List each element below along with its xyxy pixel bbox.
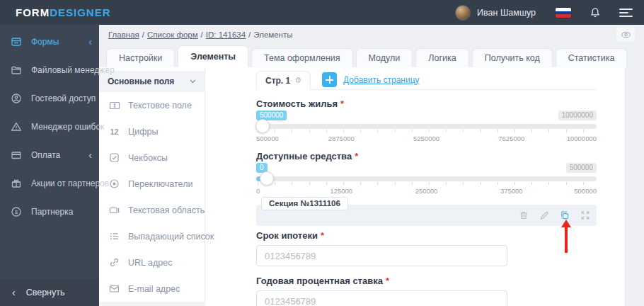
breadcrumb: Главная / Список форм / ID: 141634 / Эле… [99, 25, 644, 44]
add-page-button[interactable] [322, 72, 337, 87]
copy-duplicate-icon[interactable] [560, 210, 570, 220]
trash-icon[interactable] [519, 210, 529, 220]
tab-settings[interactable]: Настройки [106, 48, 175, 67]
breadcrumb-link-home[interactable]: Главная [108, 30, 139, 39]
sidebar-item-label: Менеджер ошибок [31, 122, 104, 132]
sidebar-item-label: Файловый менеджер [31, 65, 115, 75]
expand-fullscreen-icon[interactable] [580, 210, 590, 220]
slider-field-available-funds: Доступные средства* 0 500000 0 125000 [256, 151, 597, 195]
link-icon [108, 257, 120, 268]
tick-label: 0 [256, 187, 260, 195]
field-label: Стоимость жилья* [256, 98, 597, 109]
textarea-icon [108, 205, 120, 216]
checkbox-icon [108, 152, 120, 163]
sidebar-item-file-manager[interactable]: Файловый менеджер [0, 56, 99, 84]
tab-label: Получить код [485, 53, 540, 63]
gear-icon[interactable]: ⚙ [294, 76, 301, 85]
app-logo: FORMDESIGNER [16, 6, 111, 18]
slider-handle[interactable] [255, 119, 270, 133]
slider-value-row: 500000 10000000 [256, 110, 597, 121]
elements-panel-header[interactable]: Основные поля [99, 71, 205, 92]
element-item-radios[interactable]: Переключатели [99, 171, 205, 197]
sidebar-item-affiliate[interactable]: $ Партнерка [0, 198, 99, 226]
guest-access-icon [11, 93, 23, 104]
radio-icon [108, 178, 120, 189]
text-field-icon [108, 100, 120, 111]
slider-track[interactable] [256, 176, 597, 181]
tick-label: 375000 [500, 187, 523, 195]
tab-logic[interactable]: Логика [415, 48, 468, 67]
bell-icon[interactable] [590, 7, 601, 18]
next-section-header-partial [99, 302, 205, 306]
error-manager-icon [11, 121, 23, 132]
russia-flag-icon[interactable] [556, 8, 571, 18]
annual-rate-input[interactable] [256, 290, 507, 306]
slider-max-value: 500000 [566, 163, 597, 173]
sidebar-collapse-button[interactable]: ‹ Свернуть [0, 279, 99, 306]
add-page-link[interactable]: Добавить страницу [343, 75, 419, 85]
user-name[interactable]: Иван Шамшур [477, 8, 536, 18]
tick-label: 5250000 [413, 135, 439, 142]
tab-label: Логика [428, 53, 456, 63]
tick-label: 2875000 [328, 135, 355, 142]
element-item-label: Текстовое поле [128, 101, 192, 110]
sidebar-item-error-manager[interactable]: Менеджер ошибок [0, 113, 99, 141]
sidebar-item-label: Оплата [31, 150, 60, 160]
sidebar-item-label: Гостевой доступ [31, 94, 96, 103]
form-tabs: Настройки Элементы Тема оформления Модул… [99, 44, 644, 67]
breadcrumb-link-form-id[interactable]: ID: 141634 [206, 30, 246, 39]
slider-tick-labels: 0 125000 250000 375000 500000 [256, 187, 597, 195]
sidebar-item-forms[interactable]: Формы ‹ [0, 28, 99, 56]
hamburger-menu-icon[interactable] [619, 6, 633, 19]
tick-label: 125000 [330, 187, 352, 195]
element-item-url[interactable]: URL адрес [99, 249, 205, 276]
slider-tickmarks [258, 130, 595, 132]
element-item-label: Текстовая область [128, 205, 205, 215]
required-marker: * [321, 230, 324, 241]
slider-track[interactable] [256, 124, 597, 129]
section-title-chip: Секция №1311106 [261, 197, 348, 210]
tab-elements[interactable]: Элементы [178, 45, 248, 67]
breadcrumb-separator: / [201, 30, 203, 39]
slider-tick-labels: 500000 2875000 5250000 7625000 10000000 [256, 135, 597, 142]
gift-icon [11, 178, 23, 189]
preview-button[interactable] [616, 28, 635, 42]
tab-label: Элементы [190, 52, 236, 62]
sidebar-nav: Формы ‹ Файловый менеджер Гостевой досту… [0, 25, 99, 279]
edit-pencil-icon[interactable] [539, 210, 549, 220]
tab-statistics[interactable]: Статистика [556, 48, 628, 67]
page-tab-1[interactable]: Стр. 1 ⚙ [256, 71, 311, 90]
topbar-right: Иван Шамшур [455, 5, 644, 21]
sidebar-item-payment[interactable]: Оплата ‹ [0, 141, 99, 169]
element-item-email[interactable]: E-mail адрес [99, 276, 205, 302]
slider-max-value: 10000000 [558, 110, 597, 120]
tick-label: 250000 [415, 187, 438, 195]
sidebar-item-guest-access[interactable]: Гостевой доступ [0, 84, 99, 113]
section-actions [519, 205, 590, 226]
avatar[interactable] [455, 5, 471, 21]
element-item-text-field[interactable]: Текстовое поле [99, 92, 205, 118]
tab-get-code[interactable]: Получить код [472, 48, 553, 67]
tab-label: Настройки [119, 53, 162, 63]
section-bar: Секция №1311106 [256, 205, 597, 226]
tab-theme[interactable]: Тема оформления [251, 48, 353, 67]
required-marker: * [340, 98, 344, 109]
breadcrumb-current: Элементы [253, 30, 292, 39]
field-annual-rate: Годовая процентная ставка* [256, 276, 597, 306]
element-item-digits[interactable]: 12 Цифры [99, 118, 205, 144]
field-label: Доступные средства* [256, 151, 597, 162]
element-item-dropdown[interactable]: Выпадающий список [99, 223, 205, 249]
tab-modules[interactable]: Модули [356, 48, 413, 67]
logo-primary: FORM [16, 6, 50, 18]
element-item-checkboxes[interactable]: Чекбоксы [99, 144, 205, 171]
breadcrumb-link-form-list[interactable]: Список форм [147, 30, 198, 39]
slider-handle[interactable] [260, 171, 274, 186]
payment-icon [11, 149, 23, 161]
element-item-textarea[interactable]: Текстовая область [99, 197, 205, 223]
top-bar: FORMDESIGNER Иван Шамшур [0, 0, 644, 25]
mortgage-term-input[interactable] [256, 245, 507, 266]
elements-panel: Основные поля Текстовое поле 12 Цифры Че… [99, 67, 205, 306]
chevron-down-icon [190, 79, 196, 84]
sidebar-item-partner-promos[interactable]: Акции от партнеров [0, 169, 99, 198]
chevron-left-icon: ‹ [12, 287, 16, 298]
